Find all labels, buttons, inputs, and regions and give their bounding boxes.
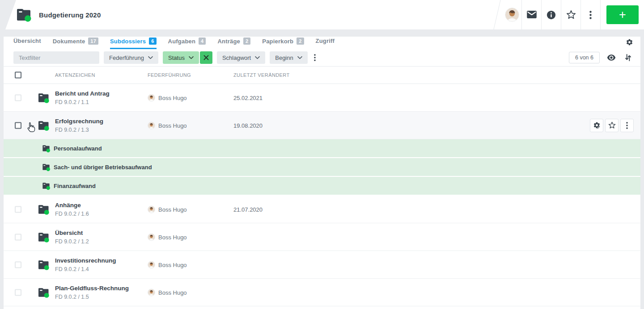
- dossier-folder-icon: [17, 8, 31, 21]
- dossier-header: Budgetierung 2020: [0, 0, 644, 29]
- owner-avatar: [148, 205, 155, 213]
- column-header-federfuehrung[interactable]: FEDERFÜHRUNG: [148, 72, 191, 78]
- sort-button[interactable]: [623, 52, 633, 63]
- gear-pencil-icon: [593, 121, 601, 129]
- sub-subdossier-row[interactable]: Sach- und übriger Betriebsaufwand: [4, 158, 640, 177]
- sub-subdossier-row[interactable]: Personalaufwand: [4, 139, 640, 158]
- x-icon: [203, 55, 209, 60]
- column-header-zuletzt-veraendert[interactable]: ZULETZT VERÄNDERT: [233, 72, 290, 78]
- subdossier-reference: FD 9.0.2 / 1.1: [55, 99, 110, 105]
- row-checkbox[interactable]: [15, 94, 21, 101]
- table-row[interactable]: Plan-Geldfluss-Rechnung FD 9.0.2 / 1.5 B…: [4, 279, 640, 306]
- app-window: Budgetierung 2020: [0, 0, 644, 309]
- owner-avatar: [148, 288, 155, 296]
- tab-dokumente[interactable]: Dokumente 17: [53, 37, 98, 49]
- subdossier-reference: FD 9.0.2 / 1.2: [55, 238, 89, 245]
- row-checkbox[interactable]: [15, 122, 21, 129]
- row-more-button[interactable]: [620, 119, 634, 132]
- tab-uebersicht[interactable]: Übersicht: [13, 37, 41, 49]
- slanted-divider: [493, 0, 501, 31]
- text-filter-input[interactable]: [13, 51, 99, 64]
- row-checkbox[interactable]: [15, 234, 21, 240]
- modified-date: 25.02.2021: [233, 94, 263, 101]
- mail-button[interactable]: [522, 0, 542, 29]
- subdossier-title: Anhänge: [55, 202, 89, 209]
- filter-beginn[interactable]: Beginn: [270, 51, 307, 64]
- star-icon: [608, 121, 616, 129]
- kebab-icon: [314, 54, 316, 61]
- sub-subdossier-title: Personalaufwand: [54, 145, 102, 152]
- table-header: AKTENZEICHEN FEDERFÜHRUNG ZULETZT VERÄND…: [4, 66, 640, 84]
- eye-icon: [607, 54, 616, 61]
- clear-status-filter-button[interactable]: [200, 51, 212, 64]
- visibility-button[interactable]: [605, 53, 618, 63]
- filter-schlagwort[interactable]: Schlagwort: [217, 51, 265, 64]
- tab-aufgaben[interactable]: Aufgaben 4: [168, 37, 206, 49]
- owner-name: Boss Hugo: [158, 261, 187, 268]
- chevron-down-icon: [297, 56, 302, 59]
- settings-gear-icon[interactable]: [626, 38, 633, 46]
- favorite-button[interactable]: [561, 0, 581, 29]
- tab-antraege[interactable]: Anträge 2: [217, 37, 250, 49]
- column-header-aktenzeichen[interactable]: AKTENZEICHEN: [55, 72, 95, 78]
- row-hover-actions: [590, 119, 634, 132]
- owner-name: Boss Hugo: [158, 122, 187, 129]
- table-row[interactable]: Übersicht FD 9.0.2 / 1.2 Boss Hugo: [4, 223, 640, 251]
- dossier-folder-icon: [38, 205, 49, 214]
- subdossier-title: Investitionsrechnung: [55, 257, 116, 264]
- owner-avatar: [148, 261, 155, 268]
- tab-badge: 4: [199, 38, 206, 45]
- owner-name: Boss Hugo: [158, 206, 187, 213]
- user-avatar[interactable]: [502, 0, 522, 29]
- filter-status[interactable]: Status: [163, 51, 199, 64]
- table-row[interactable]: Bericht und Antrag FD 9.0.2 / 1.1 Boss H…: [4, 84, 640, 112]
- dossier-folder-icon: [42, 145, 50, 152]
- chevron-down-icon: [255, 56, 260, 59]
- sub-subdossier-row[interactable]: Finanzaufwand: [4, 177, 640, 196]
- tab-zugriff[interactable]: Zugriff: [316, 37, 335, 49]
- result-count: 6 von 6: [569, 52, 600, 63]
- favorite-row-button[interactable]: [605, 119, 619, 132]
- subdossier-reference: FD 9.0.2 / 1.3: [55, 127, 103, 133]
- owner-name: Boss Hugo: [158, 289, 187, 296]
- table-row[interactable]: Anhänge FD 9.0.2 / 1.6 Boss Hugo 21.07.2…: [4, 196, 640, 223]
- dossier-folder-icon: [38, 288, 49, 297]
- table-row[interactable]: Erfolgsrechnung FD 9.0.2 / 1.3 Boss Hugo…: [4, 112, 640, 139]
- filter-bar: Federführung Status Schlagwort Beginn: [4, 49, 640, 66]
- tab-badge: 2: [243, 38, 250, 45]
- subdossier-reference: FD 9.0.2 / 1.4: [55, 266, 116, 272]
- info-button[interactable]: [542, 0, 561, 29]
- tab-papierkorb[interactable]: Papierkorb 2: [262, 37, 304, 49]
- row-checkbox[interactable]: [15, 261, 21, 268]
- tab-badge: 17: [88, 38, 98, 45]
- content-card: Übersicht Dokumente 17 Subdossiers 6 Auf…: [4, 37, 640, 309]
- tab-subdossiers[interactable]: Subdossiers 6: [110, 37, 157, 49]
- row-checkbox[interactable]: [15, 289, 21, 296]
- sub-subdossier-title: Finanzaufwand: [54, 183, 96, 189]
- owner-avatar: [148, 94, 155, 101]
- dossier-folder-icon: [38, 260, 49, 270]
- subdossier-title: Erfolgsrechnung: [55, 118, 103, 125]
- avatar-image: [505, 8, 519, 22]
- info-icon: [547, 10, 556, 20]
- chevron-down-icon: [189, 56, 194, 59]
- select-all-checkbox[interactable]: [15, 72, 21, 79]
- edit-settings-button[interactable]: [590, 119, 603, 132]
- more-button[interactable]: [581, 0, 601, 29]
- row-checkbox[interactable]: [15, 206, 21, 213]
- dossier-folder-icon: [38, 121, 49, 130]
- more-filters-button[interactable]: [312, 52, 318, 63]
- table-row[interactable]: Investitionsrechnung FD 9.0.2 / 1.4 Boss…: [4, 251, 640, 279]
- modified-date: 21.07.2020: [233, 206, 263, 213]
- add-button[interactable]: +: [606, 5, 639, 24]
- chevron-down-icon: [148, 56, 153, 59]
- page-title: Budgetierung 2020: [39, 11, 101, 19]
- dossier-header-left: Budgetierung 2020: [17, 0, 101, 29]
- owner-name: Boss Hugo: [158, 94, 187, 101]
- mail-icon: [527, 11, 537, 19]
- tab-bar: Übersicht Dokumente 17 Subdossiers 6 Auf…: [4, 37, 640, 49]
- subdossier-reference: FD 9.0.2 / 1.5: [55, 294, 129, 300]
- subdossier-reference: FD 9.0.2 / 1.6: [55, 211, 89, 217]
- subdossier-title: Bericht und Antrag: [55, 90, 110, 97]
- filter-federfuehrung[interactable]: Federführung: [104, 51, 158, 64]
